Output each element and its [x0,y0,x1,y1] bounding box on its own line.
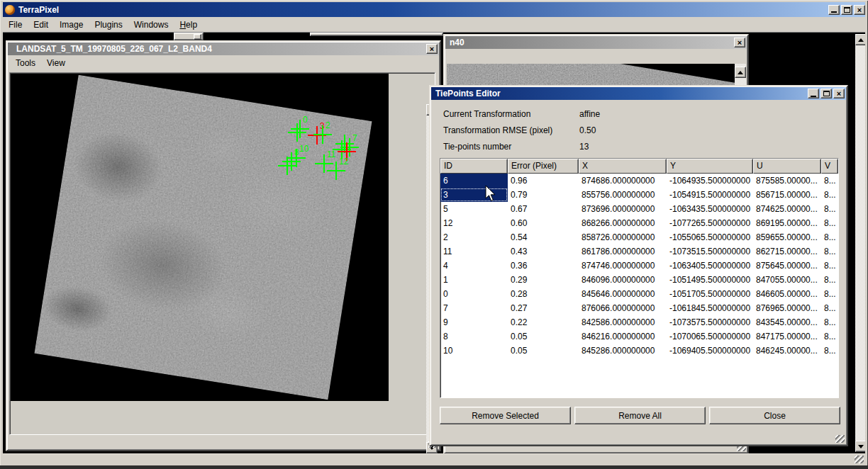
table-row[interactable]: 90.22842586.000000000-1073575.5000000008… [440,315,838,329]
table-cell[interactable]: 0.28 [508,287,579,301]
table-cell[interactable]: 873696.000000000 [579,202,667,216]
table-row[interactable]: 40.36874746.000000000-1063405.5000000008… [440,259,838,273]
table-row[interactable]: 50.67873696.000000000-1063435.5000000008… [440,202,838,216]
table-cell[interactable]: -1051705.500000000 [667,287,753,301]
table-cell[interactable]: 876066.000000000 [579,301,667,315]
table-cell[interactable]: -1073515.500000000 [667,244,753,259]
table-cell[interactable]: 8... [821,301,838,315]
table-cell[interactable]: -1051495.500000000 [667,273,753,287]
dialog-resize-grip[interactable] [835,435,845,443]
table-cell[interactable]: 0.60 [508,216,579,230]
table-cell[interactable]: 8... [821,202,838,216]
n40-titlebar[interactable]: n40 × [445,36,747,49]
table-cell[interactable]: 875645.00000... [753,259,821,273]
menu-item-edit[interactable]: Edit [28,18,54,31]
table-cell[interactable]: -1063405.500000000 [667,259,753,273]
table-cell[interactable]: 845286.000000000 [579,344,667,358]
table-cell[interactable]: -1061845.500000000 [667,301,753,315]
table-row[interactable]: 100.05845286.000000000-1069405.500000000… [440,344,838,358]
table-row[interactable]: 80.05846216.000000000-1070065.5000000008… [440,329,838,344]
main-titlebar[interactable]: TerraPixel × [3,2,865,17]
minimize-button[interactable] [828,5,840,15]
table-cell[interactable]: 5 [440,202,508,216]
table-cell[interactable]: 12 [440,216,508,230]
n40-close-button[interactable]: × [734,38,745,47]
table-cell[interactable]: 0.22 [508,315,579,329]
image-canvas[interactable]: 03271081112 [11,74,389,401]
table-cell[interactable]: 0.29 [508,273,579,287]
table-cell[interactable]: 874625.00000... [753,202,821,216]
table-cell[interactable]: 0.79 [508,188,579,202]
table-cell[interactable]: 11 [440,244,508,259]
menu-item-view[interactable]: View [41,57,71,69]
menu-item-image[interactable]: Image [54,18,89,31]
maximize-button[interactable] [841,5,852,15]
table-cell[interactable]: 0.05 [508,329,579,344]
scroll-down-button[interactable] [855,441,865,452]
table-cell[interactable]: -1063435.500000000 [667,202,753,216]
scroll-up-button[interactable] [735,67,746,78]
minimize-button[interactable] [808,89,819,98]
table-row[interactable]: 120.60868266.000000000-1077265.500000000… [440,216,838,230]
table-cell[interactable]: 859655.00000... [753,230,821,244]
table-cell[interactable]: 861786.000000000 [579,244,667,259]
table-cell[interactable]: -1077265.500000000 [667,216,753,230]
table-cell[interactable]: 8... [821,273,838,287]
table-cell[interactable]: 8... [821,344,838,358]
table-cell[interactable]: 8... [821,174,838,188]
table-cell[interactable]: 875585.00000... [753,174,821,188]
column-header-x[interactable]: X [579,159,667,174]
table-row[interactable]: 30.79855756.000000000-1054915.5000000008… [440,188,838,202]
column-header-v[interactable]: V [821,159,838,174]
column-header-y[interactable]: Y [667,159,753,174]
table-cell[interactable]: 0.43 [508,244,579,259]
table-cell[interactable]: -1064935.500000000 [667,174,753,188]
table-cell[interactable]: 0.36 [508,259,579,273]
table-cell[interactable]: 0.05 [508,344,579,358]
table-cell[interactable]: -1054915.500000000 [667,188,753,202]
table-cell[interactable]: 855756.000000000 [579,188,667,202]
table-cell[interactable]: 8 [440,329,508,344]
table-cell[interactable]: 0.27 [508,301,579,315]
table-cell[interactable]: -1069405.500000000 [667,344,753,358]
table-row[interactable]: 60.96874686.000000000-1064935.5000000008… [440,174,838,188]
landsat-titlebar[interactable]: LANDSAT_5_TM_19970805_226_067_L2_BAND4 × [8,43,439,55]
table-cell[interactable]: 4 [440,259,508,273]
table-cell[interactable]: 8... [821,315,838,329]
table-cell[interactable]: 856715.00000... [753,188,821,202]
close-button[interactable]: × [833,89,845,98]
tiepoints-titlebar[interactable]: TiePoints Editor × [431,87,846,100]
table-cell[interactable]: 842586.000000000 [579,315,667,329]
table-cell[interactable]: 846605.00000... [753,287,821,301]
table-cell[interactable]: 0 [440,287,508,301]
table-cell[interactable]: 847055.00000... [753,273,821,287]
workspace-vertical-scrollbar[interactable] [855,34,865,452]
scroll-up-button[interactable] [855,34,865,45]
table-cell[interactable]: 862715.00000... [753,244,821,259]
table-cell[interactable]: 8... [821,216,838,230]
landsat-close-button[interactable]: × [426,44,438,54]
tiepoint-marker-9[interactable] [278,157,296,175]
table-cell[interactable]: 847175.00000... [753,329,821,344]
table-cell[interactable]: 0.96 [508,174,579,188]
table-cell[interactable]: 868266.000000000 [579,216,667,230]
table-cell[interactable]: 8... [821,230,838,244]
main-resize-grip[interactable] [855,456,864,463]
menu-item-tools[interactable]: Tools [10,57,41,69]
remove-all-button[interactable]: Remove All [574,407,706,424]
table-cell[interactable]: 2 [440,230,508,244]
column-header-error-pixel-[interactable]: Error (Pixel) [508,159,579,174]
table-cell[interactable]: 10 [440,344,508,358]
column-header-u[interactable]: U [753,159,821,174]
table-row[interactable]: 20.54858726.000000000-1055065.5000000008… [440,230,838,244]
table-cell[interactable]: 0.67 [508,202,579,216]
table-cell[interactable]: 8... [821,329,838,344]
table-cell[interactable]: 0.54 [508,230,579,244]
table-cell[interactable]: 846216.000000000 [579,329,667,344]
remove-selected-button[interactable]: Remove Selected [440,407,571,424]
maximize-button[interactable] [820,89,832,98]
table-cell[interactable]: -1070065.500000000 [667,329,753,344]
table-cell[interactable]: 874686.000000000 [579,174,667,188]
table-cell[interactable]: 869195.00000... [753,216,821,230]
close-dialog-button[interactable]: Close [709,407,840,424]
